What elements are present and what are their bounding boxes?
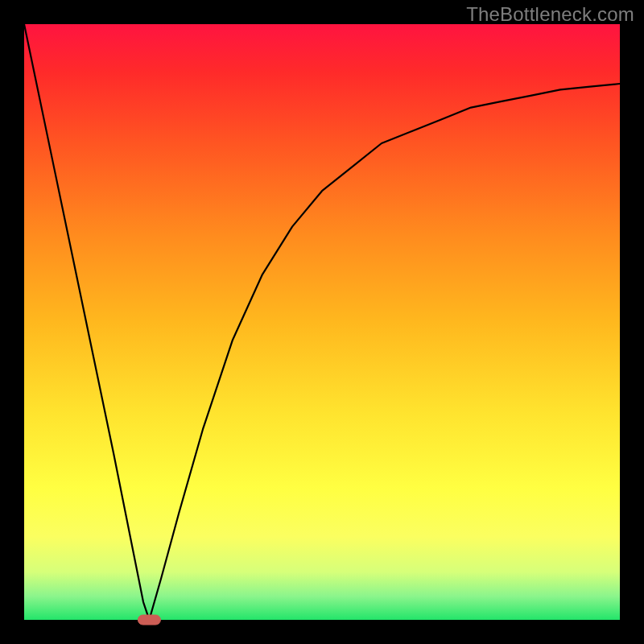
chart-svg bbox=[24, 24, 620, 620]
chart-curve bbox=[24, 24, 620, 620]
chart-frame: TheBottleneck.com bbox=[0, 0, 644, 644]
min-marker bbox=[138, 615, 160, 625]
attribution-label: TheBottleneck.com bbox=[466, 3, 634, 26]
plot-area bbox=[24, 24, 620, 620]
